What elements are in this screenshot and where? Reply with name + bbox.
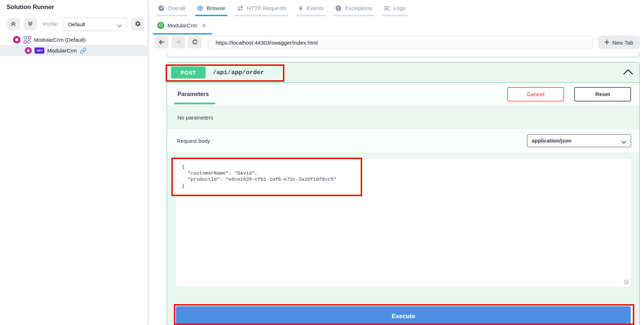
parameters-section-header: Parameters Cancel Reset xyxy=(167,83,639,105)
tab-label: HTTP Requests xyxy=(247,5,287,12)
reset-button[interactable]: Reset xyxy=(574,87,631,101)
request-body-header: Request body application/json xyxy=(167,129,639,152)
run-status-icon xyxy=(13,36,21,44)
execute-button[interactable]: Execute xyxy=(176,306,631,325)
try-out-buttons: Cancel Reset xyxy=(507,87,631,101)
gauge-icon xyxy=(158,5,165,12)
browser-tab-modularcrm[interactable]: {} ModularCrm ✕ xyxy=(153,16,212,35)
request-body-editor xyxy=(167,152,639,286)
swagger-favicon: {} xyxy=(157,22,164,29)
solution-modules-icon xyxy=(23,36,31,44)
execute-wrapper: Execute xyxy=(176,306,631,325)
tab-label: Browse xyxy=(207,5,225,12)
tab-overall[interactable]: Overall xyxy=(156,0,187,16)
dotnet-badge: .NET xyxy=(35,48,44,54)
new-tab-button[interactable]: New Tab xyxy=(598,36,640,49)
collapse-all-button[interactable] xyxy=(6,18,20,31)
close-tab-icon[interactable]: ✕ xyxy=(202,22,207,29)
tab-events[interactable]: Events xyxy=(296,0,325,16)
swagger-page: POST /api/app/order Parameters Cancel Re… xyxy=(148,53,644,325)
operation-header[interactable]: POST /api/app/order xyxy=(167,62,639,83)
double-chevron-up-icon xyxy=(10,21,16,28)
parameters-title: Parameters xyxy=(177,91,209,98)
profile-label: Profile: xyxy=(43,21,59,27)
profile-select-value: Default xyxy=(68,21,85,27)
tab-browse[interactable]: Browse xyxy=(195,0,227,16)
gear-icon xyxy=(135,21,141,28)
tree-item-label: ModularCrm (Default) xyxy=(34,37,86,43)
arrow-right-icon xyxy=(175,39,181,46)
refresh-icon xyxy=(192,39,198,46)
settings-button[interactable] xyxy=(131,18,144,31)
request-body-label: Request body xyxy=(177,138,210,144)
textarea-resize-handle[interactable] xyxy=(624,280,629,284)
browser-tab-title: ModularCrm xyxy=(167,22,197,28)
tab-label: Overall xyxy=(168,5,185,12)
chevron-down-icon xyxy=(117,23,122,26)
content-type-select[interactable]: application/json xyxy=(527,134,631,147)
tab-label: Logs xyxy=(393,5,406,12)
tab-label: Events xyxy=(307,5,324,12)
content-type-value: application/json xyxy=(532,138,571,144)
sidebar-toolbar: Profile: Default xyxy=(6,17,144,31)
tab-http-requests[interactable]: HTTP Requests xyxy=(235,0,288,16)
no-parameters-text: No parameters xyxy=(167,105,639,129)
sidebar-title: Solution Runner xyxy=(6,4,54,11)
list-lines-icon xyxy=(384,5,390,12)
solution-tree: ModularCrm (Default) .NET ModularCrm xyxy=(0,35,147,56)
parameters-active-underline xyxy=(174,103,215,104)
previous-operation-block-bottom xyxy=(167,53,640,57)
plus-icon xyxy=(604,40,609,46)
tree-row-solution[interactable]: ModularCrm (Default) xyxy=(0,35,147,45)
swap-arrows-icon xyxy=(237,5,244,12)
expand-all-button[interactable] xyxy=(24,18,37,31)
solution-runner-sidebar: Solution Runner Profile: Default xyxy=(0,0,148,325)
url-input[interactable] xyxy=(208,36,593,49)
tab-logs[interactable]: Logs xyxy=(382,0,407,16)
double-chevron-down-icon xyxy=(27,21,33,28)
tree-row-module-selected[interactable]: .NET ModularCrm xyxy=(0,45,147,56)
main-tab-bar: Overall Browse HTTP Requests Events xyxy=(148,0,644,16)
request-body-textarea[interactable] xyxy=(176,159,631,286)
exclamation-circle-icon xyxy=(335,5,342,12)
refresh-button[interactable] xyxy=(188,36,202,49)
tree-item-label: ModularCrm xyxy=(47,48,77,54)
main-panel: Overall Browse HTTP Requests Events xyxy=(148,0,644,325)
tab-label: Exceptions xyxy=(345,5,372,12)
new-tab-label: New Tab xyxy=(612,40,633,46)
browser-tab-strip: {} ModularCrm ✕ xyxy=(148,16,644,35)
browser-url-bar: New Tab xyxy=(148,35,644,50)
run-status-icon xyxy=(24,47,32,54)
operation-path: /api/app/order xyxy=(213,69,264,76)
arrow-left-icon xyxy=(158,39,165,46)
forward-button[interactable] xyxy=(171,36,185,49)
post-operation-block: POST /api/app/order Parameters Cancel Re… xyxy=(167,62,640,325)
tab-exceptions[interactable]: Exceptions xyxy=(333,0,374,16)
back-button[interactable] xyxy=(155,36,168,49)
globe-icon xyxy=(197,5,203,12)
profile-select[interactable]: Default xyxy=(63,18,127,31)
app-window: Solution Runner Profile: Default xyxy=(0,0,644,325)
browse-link-icon[interactable] xyxy=(80,48,86,54)
cancel-button[interactable]: Cancel xyxy=(507,87,564,101)
http-method-badge: POST xyxy=(171,67,206,78)
collapse-chevron-icon[interactable] xyxy=(623,69,634,75)
lightning-icon xyxy=(298,5,303,12)
chevron-down-icon xyxy=(621,139,626,143)
